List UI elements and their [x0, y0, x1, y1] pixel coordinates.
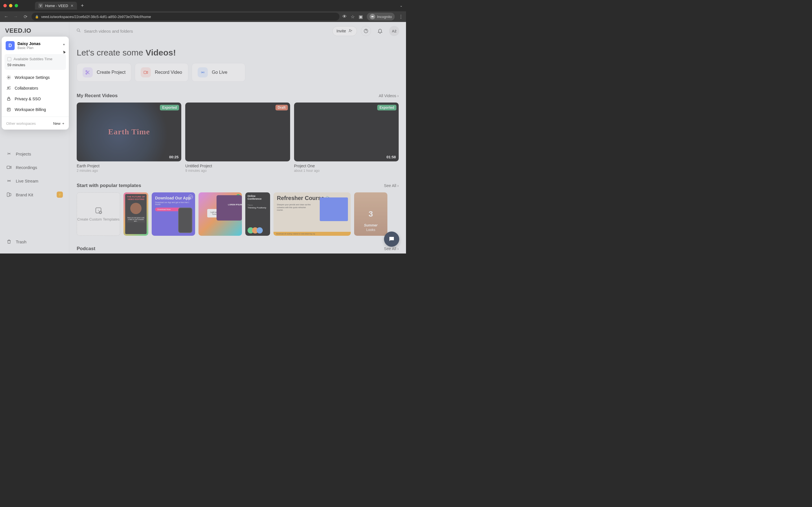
- template-card[interactable]: LOREM IPSUM I will be releasing my new s…: [199, 192, 242, 236]
- star-icon[interactable]: ☆: [351, 14, 355, 19]
- record-video-button[interactable]: Record Video: [135, 63, 188, 82]
- template-text: Conference: [248, 198, 268, 200]
- cursor-icon: [62, 50, 67, 56]
- reload-button[interactable]: ⟳: [22, 14, 29, 19]
- sidebar-item-projects[interactable]: ✂ Projects: [0, 147, 69, 161]
- panel-icon[interactable]: ▣: [359, 14, 363, 19]
- template-card[interactable]: Online Conference Theme Thinking Positiv…: [245, 192, 270, 236]
- video-card[interactable]: Draft Untitled Project 9 minutes ago: [185, 103, 290, 173]
- create-project-button[interactable]: Create Project: [77, 63, 132, 82]
- template-card[interactable]: 3 Summer Looks: [354, 192, 388, 236]
- tab-overflow-icon[interactable]: ⌄: [400, 4, 403, 8]
- video-thumbnail[interactable]: Exported 01:58: [294, 103, 399, 161]
- incognito-icon: [370, 14, 375, 19]
- menu-workspace-billing[interactable]: Workspace Billing: [2, 104, 69, 115]
- workspace-avatar: D: [6, 41, 15, 50]
- thumb-text: Earth Time: [108, 127, 150, 136]
- notifications-button[interactable]: [375, 26, 385, 36]
- video-card[interactable]: Exported Earth Time 00:25 Earth Project …: [77, 103, 181, 173]
- forward-button[interactable]: →: [12, 14, 19, 19]
- new-workspace-button[interactable]: New +: [53, 121, 64, 126]
- tab-title: Home - VEED: [45, 4, 68, 8]
- all-videos-link[interactable]: All Videos ›: [378, 94, 399, 98]
- menu-collaborators[interactable]: Collaborators: [2, 83, 69, 94]
- template-text: Thinking Positively: [248, 207, 268, 209]
- video-thumbnail[interactable]: Exported Earth Time 00:25: [77, 103, 181, 161]
- live-icon: [198, 67, 208, 77]
- subtitles-label: Available Subtitles Time: [13, 57, 52, 61]
- back-button[interactable]: ←: [3, 14, 10, 19]
- invite-label: Invite: [337, 29, 346, 33]
- video-thumbnail[interactable]: Draft: [185, 103, 290, 161]
- svg-point-10: [77, 29, 80, 31]
- chevron-up-icon[interactable]: ▴: [63, 42, 65, 46]
- menu-workspace-settings[interactable]: Workspace Settings: [2, 72, 69, 83]
- template-text: Summer: [364, 223, 377, 227]
- new-label: New: [53, 121, 60, 126]
- template-text: Theme: [248, 204, 268, 206]
- sidebar-item-brandkit[interactable]: Brand Kit ⚡: [0, 187, 69, 202]
- template-text: Refresher Course: [277, 195, 324, 201]
- action-label: Create Project: [97, 70, 125, 75]
- template-card[interactable]: LG Download Our App Download our App and…: [152, 192, 195, 236]
- help-button[interactable]: [361, 26, 371, 36]
- go-live-button[interactable]: Go Live: [192, 63, 245, 82]
- svg-point-13: [86, 70, 87, 72]
- tab-close-icon[interactable]: ✕: [70, 4, 73, 8]
- phone-mockup: [178, 208, 192, 233]
- video-card[interactable]: Exported 01:58 Project One about 1 hour …: [294, 103, 399, 173]
- video-time: 9 minutes ago: [185, 169, 290, 173]
- new-tab-button[interactable]: +: [81, 3, 84, 9]
- see-all-podcast-link[interactable]: See All ›: [384, 246, 399, 251]
- svg-point-14: [86, 73, 87, 74]
- sidebar-item-trash[interactable]: Trash: [0, 235, 69, 248]
- user-avatar[interactable]: A2: [389, 26, 399, 36]
- search-input[interactable]: [84, 29, 328, 34]
- see-all-templates-link[interactable]: See All ›: [384, 183, 399, 188]
- logo-placeholder-icon: LG: [188, 194, 193, 199]
- other-workspaces-label: Other workspaces: [6, 121, 36, 126]
- invite-button[interactable]: Invite: [333, 26, 357, 36]
- create-custom-template[interactable]: Create Custom Templates: [77, 192, 120, 236]
- eye-off-icon[interactable]: 👁: [342, 14, 347, 19]
- sidebar-item-recordings[interactable]: Recordings: [0, 161, 69, 174]
- template-image: [320, 198, 348, 221]
- menu-label: Workspace Billing: [15, 107, 46, 112]
- workspace-header[interactable]: D Daisy Jonas Basic Plan ▴: [2, 40, 69, 53]
- lock-icon: 🔒: [35, 15, 39, 18]
- record-icon: [141, 67, 151, 77]
- subtitles-time-card: Available Subtitles Time 59 minutes: [4, 54, 66, 70]
- template-text: Download all reading material at www.ele…: [273, 232, 351, 236]
- chevron-right-icon: ›: [397, 246, 399, 251]
- lock-icon: [6, 96, 11, 101]
- svg-rect-8: [7, 99, 10, 100]
- window-close[interactable]: [3, 4, 7, 7]
- address-bar[interactable]: 🔒 veed.io/workspaces/22ce6d2f-38c5-4df1-…: [32, 13, 340, 20]
- chat-fab[interactable]: [384, 231, 399, 247]
- window-maximize[interactable]: [15, 4, 18, 7]
- menu-icon[interactable]: ⋮: [399, 14, 403, 19]
- svg-rect-15: [144, 71, 147, 74]
- status-badge: Exported: [160, 105, 179, 110]
- duration-label: 01:58: [387, 155, 396, 159]
- action-label: Record Video: [155, 70, 182, 75]
- template-card[interactable]: THE FUTURE OF VIDEO EDITING Have you eve…: [123, 192, 148, 236]
- recent-videos-title: My Recent Videos: [77, 93, 117, 99]
- menu-label: Privacy & SSO: [15, 97, 41, 101]
- menu-privacy-sso[interactable]: Privacy & SSO: [2, 94, 69, 104]
- template-text: Download our App and get a free trial 1 …: [155, 202, 192, 205]
- template-card[interactable]: Refresher Course 📎 Sharpen your pencils …: [273, 192, 351, 236]
- menu-label: Workspace Settings: [15, 75, 50, 80]
- template-text: LOREM IPSUM: [228, 204, 242, 206]
- status-badge: Exported: [377, 105, 396, 110]
- sidebar-label: Brand Kit: [16, 192, 33, 197]
- workspace-popover: D Daisy Jonas Basic Plan ▴ Available Sub…: [2, 37, 69, 129]
- browser-tab[interactable]: V Home - VEED ✕: [35, 2, 77, 10]
- sidebar-item-livestream[interactable]: Live Stream: [0, 174, 69, 187]
- window-minimize[interactable]: [9, 4, 12, 7]
- plus-icon: +: [62, 121, 64, 126]
- video-title: Project One: [294, 164, 399, 168]
- chevron-right-icon: ›: [397, 94, 399, 98]
- incognito-badge[interactable]: Incognito: [367, 13, 395, 20]
- gear-icon: [6, 75, 11, 80]
